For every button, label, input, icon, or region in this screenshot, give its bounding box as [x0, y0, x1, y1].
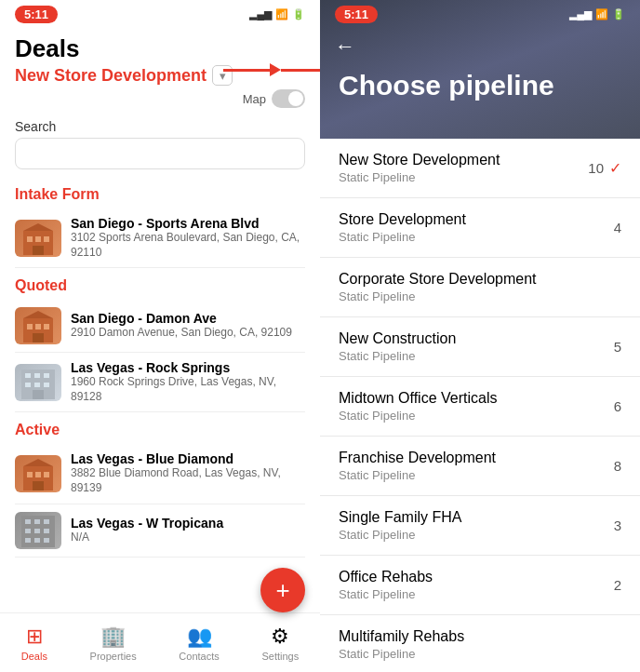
pipeline-item-name: Multifamily Rehabs: [339, 628, 621, 645]
deal-address: 1960 Rock Springs Drive, Las Vegas, NV, …: [71, 375, 305, 404]
svg-rect-10: [33, 333, 44, 343]
svg-rect-18: [44, 383, 49, 387]
pipeline-count: 2: [614, 577, 621, 593]
pipeline-item-right: 2: [614, 577, 621, 593]
map-toggle-switch[interactable]: [272, 89, 305, 108]
svg-rect-13: [25, 373, 31, 378]
nav-label-settings: Settings: [261, 651, 299, 662]
signal-icons-right: ▂▄▆ 📶 🔋: [569, 8, 625, 20]
pipeline-item-info: New Store DevelopmentStatic Pipeline: [339, 152, 588, 184]
svg-rect-16: [25, 383, 31, 387]
pipeline-item-right: 5: [614, 339, 621, 355]
deal-item[interactable]: San Diego - Sports Arena Blvd 3102 Sport…: [15, 208, 305, 268]
pipeline-list: New Store DevelopmentStatic Pipeline10✓S…: [320, 139, 640, 672]
arrow-head-icon: [270, 63, 281, 76]
arrow-indicator: [223, 63, 320, 76]
search-input[interactable]: [15, 138, 305, 169]
search-section: Search: [0, 112, 320, 177]
signal-icon-right: ▂▄▆: [569, 8, 592, 20]
pipeline-item-sub: Static Pipeline: [339, 289, 621, 303]
pipeline-item-right: 10✓: [588, 159, 621, 177]
pipeline-item-sub: Static Pipeline: [339, 468, 614, 482]
pipeline-item-right: 6: [614, 398, 621, 414]
deal-name: Las Vegas - Rock Springs: [71, 360, 305, 375]
deal-info: Las Vegas - W Tropicana N/A: [71, 516, 305, 545]
pipeline-list-item[interactable]: Midtown Office VerticalsStatic Pipeline6: [320, 377, 640, 437]
right-panel: 5:11 ▂▄▆ 📶 🔋 ← Choose pipeline New Store…: [320, 0, 640, 672]
pipeline-item-right: 4: [614, 220, 621, 235]
left-header: Deals New Store Development: [0, 27, 320, 89]
svg-rect-28: [34, 519, 40, 524]
pipeline-list-item[interactable]: Store DevelopmentStatic Pipeline4: [320, 198, 640, 258]
nav-item-settings[interactable]: ⚙ Settings: [261, 625, 299, 662]
properties-icon: 🏢: [100, 625, 126, 649]
svg-rect-1: [27, 236, 33, 242]
pipeline-item-info: Midtown Office VerticalsStatic Pipeline: [339, 390, 614, 423]
pipeline-item-name: Store Development: [339, 211, 614, 228]
deal-address: 3102 Sports Arena Boulevard, San Diego, …: [71, 231, 305, 260]
pipeline-item-name: Franchise Development: [339, 450, 614, 466]
pipeline-list-item[interactable]: New Store DevelopmentStatic Pipeline10✓: [320, 139, 640, 198]
fab-add-button[interactable]: +: [260, 568, 305, 612]
svg-rect-27: [25, 519, 31, 524]
back-button[interactable]: ←: [320, 27, 640, 66]
pipeline-item-name: New Construction: [339, 330, 614, 347]
pipeline-count: 8: [614, 458, 621, 474]
pipeline-count: 3: [614, 517, 621, 533]
pipeline-item-sub: Static Pipeline: [339, 349, 614, 363]
pipeline-item-info: New ConstructionStatic Pipeline: [339, 330, 614, 363]
svg-rect-34: [34, 538, 40, 543]
contacts-icon: 👥: [187, 625, 212, 649]
pipeline-list-item[interactable]: Multifamily RehabsStatic Pipeline: [320, 615, 640, 672]
pipeline-list-item[interactable]: Franchise DevelopmentStatic Pipeline8: [320, 437, 640, 496]
nav-item-properties[interactable]: 🏢 Properties: [90, 625, 137, 662]
nav-label-deals: Deals: [21, 651, 47, 662]
deal-name: San Diego - Sports Arena Blvd: [71, 216, 305, 231]
svg-rect-4: [33, 246, 44, 255]
pipeline-item-sub: Static Pipeline: [339, 647, 621, 661]
pipeline-item-sub: Static Pipeline: [339, 409, 614, 423]
pipeline-list-item[interactable]: Corporate Store DevelopmentStatic Pipeli…: [320, 258, 640, 317]
svg-rect-23: [44, 472, 49, 477]
svg-rect-3: [44, 236, 49, 242]
wifi-icon-right: 📶: [595, 8, 608, 20]
deal-info: San Diego - Sports Arena Blvd 3102 Sport…: [71, 216, 305, 260]
pipeline-list-item[interactable]: New ConstructionStatic Pipeline5: [320, 317, 640, 377]
deal-name: Las Vegas - Blue Diamond: [71, 451, 305, 466]
deal-address: 2910 Damon Avenue, San Diego, CA, 92109: [71, 326, 305, 341]
svg-rect-9: [44, 324, 49, 329]
pipeline-item-name: Office Rehabs: [339, 569, 614, 585]
settings-icon: ⚙: [271, 625, 289, 649]
svg-rect-8: [35, 324, 41, 329]
deal-name: San Diego - Damon Ave: [71, 311, 305, 326]
deal-item[interactable]: Las Vegas - Rock Springs 1960 Rock Sprin…: [15, 353, 305, 412]
svg-rect-21: [27, 472, 33, 477]
pipeline-item-sub: Static Pipeline: [339, 528, 614, 542]
left-panel: 5:11 ▂▄▆ 📶 🔋 Deals New Store Development…: [0, 0, 320, 672]
nav-item-deals[interactable]: ⊞ Deals: [21, 625, 47, 662]
map-label: Map: [243, 92, 266, 106]
section-header-quoted: Quoted: [15, 277, 305, 294]
deal-info: Las Vegas - Rock Springs 1960 Rock Sprin…: [71, 360, 305, 404]
pipeline-list-item[interactable]: Office RehabsStatic Pipeline2: [320, 556, 640, 615]
svg-rect-7: [27, 324, 33, 329]
section-header-active: Active: [15, 422, 305, 438]
deal-item[interactable]: Las Vegas - W Tropicana N/A: [15, 504, 305, 558]
nav-label-properties: Properties: [90, 651, 137, 662]
svg-marker-25: [23, 459, 53, 466]
nav-item-contacts[interactable]: 👥 Contacts: [179, 625, 219, 662]
svg-rect-35: [44, 538, 49, 543]
svg-rect-33: [25, 538, 31, 543]
pipeline-list-item[interactable]: Single Family FHAStatic Pipeline3: [320, 496, 640, 556]
map-toggle-row: Map: [0, 89, 320, 112]
status-time-left: 5:11: [15, 6, 58, 23]
status-bar-right: 5:11 ▂▄▆ 📶 🔋: [320, 0, 640, 27]
search-label: Search: [15, 119, 305, 134]
deal-item[interactable]: Las Vegas - Blue Diamond 3882 Blue Diamo…: [15, 444, 305, 504]
deal-item[interactable]: San Diego - Damon Ave 2910 Damon Avenue,…: [15, 300, 305, 353]
pipeline-count: 10: [588, 160, 604, 176]
pipeline-item-name: Midtown Office Verticals: [339, 390, 614, 407]
deal-info: San Diego - Damon Ave 2910 Damon Avenue,…: [71, 311, 305, 341]
deal-address: N/A: [71, 531, 305, 545]
nav-label-contacts: Contacts: [179, 651, 219, 662]
